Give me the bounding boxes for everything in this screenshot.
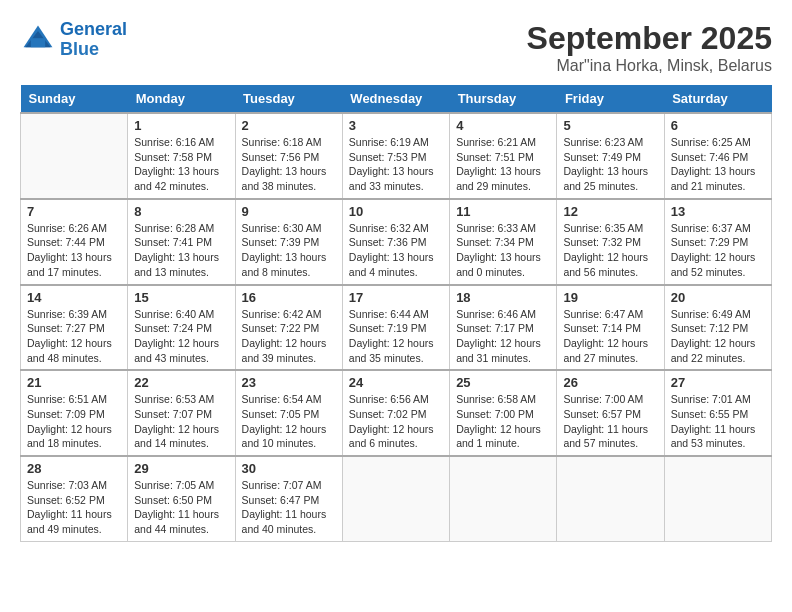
calendar-cell: 7Sunrise: 6:26 AM Sunset: 7:44 PM Daylig… <box>21 199 128 285</box>
week-row-3: 14Sunrise: 6:39 AM Sunset: 7:27 PM Dayli… <box>21 285 772 371</box>
calendar-cell: 13Sunrise: 6:37 AM Sunset: 7:29 PM Dayli… <box>664 199 771 285</box>
calendar-cell: 1Sunrise: 6:16 AM Sunset: 7:58 PM Daylig… <box>128 113 235 199</box>
svg-rect-2 <box>31 38 45 47</box>
calendar-cell: 21Sunrise: 6:51 AM Sunset: 7:09 PM Dayli… <box>21 370 128 456</box>
calendar-cell: 11Sunrise: 6:33 AM Sunset: 7:34 PM Dayli… <box>450 199 557 285</box>
calendar-cell: 4Sunrise: 6:21 AM Sunset: 7:51 PM Daylig… <box>450 113 557 199</box>
weekday-header-monday: Monday <box>128 85 235 113</box>
weekday-header-saturday: Saturday <box>664 85 771 113</box>
calendar-cell: 29Sunrise: 7:05 AM Sunset: 6:50 PM Dayli… <box>128 456 235 541</box>
day-info: Sunrise: 6:40 AM Sunset: 7:24 PM Dayligh… <box>134 307 228 366</box>
day-number: 10 <box>349 204 443 219</box>
day-number: 14 <box>27 290 121 305</box>
day-info: Sunrise: 6:30 AM Sunset: 7:39 PM Dayligh… <box>242 221 336 280</box>
day-info: Sunrise: 6:46 AM Sunset: 7:17 PM Dayligh… <box>456 307 550 366</box>
day-info: Sunrise: 6:42 AM Sunset: 7:22 PM Dayligh… <box>242 307 336 366</box>
day-info: Sunrise: 7:07 AM Sunset: 6:47 PM Dayligh… <box>242 478 336 537</box>
calendar-cell: 20Sunrise: 6:49 AM Sunset: 7:12 PM Dayli… <box>664 285 771 371</box>
day-number: 30 <box>242 461 336 476</box>
day-info: Sunrise: 6:37 AM Sunset: 7:29 PM Dayligh… <box>671 221 765 280</box>
title-block: September 2025 Mar"ina Horka, Minsk, Bel… <box>527 20 772 75</box>
calendar-table: SundayMondayTuesdayWednesdayThursdayFrid… <box>20 85 772 542</box>
week-row-4: 21Sunrise: 6:51 AM Sunset: 7:09 PM Dayli… <box>21 370 772 456</box>
day-number: 25 <box>456 375 550 390</box>
day-number: 15 <box>134 290 228 305</box>
calendar-cell: 5Sunrise: 6:23 AM Sunset: 7:49 PM Daylig… <box>557 113 664 199</box>
weekday-header-sunday: Sunday <box>21 85 128 113</box>
day-info: Sunrise: 6:39 AM Sunset: 7:27 PM Dayligh… <box>27 307 121 366</box>
calendar-cell: 3Sunrise: 6:19 AM Sunset: 7:53 PM Daylig… <box>342 113 449 199</box>
day-info: Sunrise: 7:03 AM Sunset: 6:52 PM Dayligh… <box>27 478 121 537</box>
day-number: 20 <box>671 290 765 305</box>
day-info: Sunrise: 6:56 AM Sunset: 7:02 PM Dayligh… <box>349 392 443 451</box>
week-row-2: 7Sunrise: 6:26 AM Sunset: 7:44 PM Daylig… <box>21 199 772 285</box>
day-number: 2 <box>242 118 336 133</box>
weekday-header-tuesday: Tuesday <box>235 85 342 113</box>
calendar-cell: 9Sunrise: 6:30 AM Sunset: 7:39 PM Daylig… <box>235 199 342 285</box>
logo-blue: Blue <box>60 39 99 59</box>
calendar-cell: 2Sunrise: 6:18 AM Sunset: 7:56 PM Daylig… <box>235 113 342 199</box>
day-number: 24 <box>349 375 443 390</box>
day-info: Sunrise: 6:49 AM Sunset: 7:12 PM Dayligh… <box>671 307 765 366</box>
day-number: 18 <box>456 290 550 305</box>
day-info: Sunrise: 6:18 AM Sunset: 7:56 PM Dayligh… <box>242 135 336 194</box>
calendar-cell: 27Sunrise: 7:01 AM Sunset: 6:55 PM Dayli… <box>664 370 771 456</box>
calendar-cell <box>664 456 771 541</box>
calendar-cell: 24Sunrise: 6:56 AM Sunset: 7:02 PM Dayli… <box>342 370 449 456</box>
calendar-cell: 10Sunrise: 6:32 AM Sunset: 7:36 PM Dayli… <box>342 199 449 285</box>
day-number: 19 <box>563 290 657 305</box>
calendar-title: September 2025 <box>527 20 772 57</box>
weekday-header-friday: Friday <box>557 85 664 113</box>
calendar-subtitle: Mar"ina Horka, Minsk, Belarus <box>527 57 772 75</box>
day-number: 21 <box>27 375 121 390</box>
logo-text: General Blue <box>60 20 127 60</box>
calendar-cell: 17Sunrise: 6:44 AM Sunset: 7:19 PM Dayli… <box>342 285 449 371</box>
page-header: General Blue September 2025 Mar"ina Hork… <box>20 20 772 75</box>
calendar-cell: 6Sunrise: 6:25 AM Sunset: 7:46 PM Daylig… <box>664 113 771 199</box>
calendar-cell <box>450 456 557 541</box>
day-number: 5 <box>563 118 657 133</box>
day-number: 3 <box>349 118 443 133</box>
day-number: 13 <box>671 204 765 219</box>
day-info: Sunrise: 6:26 AM Sunset: 7:44 PM Dayligh… <box>27 221 121 280</box>
day-info: Sunrise: 7:05 AM Sunset: 6:50 PM Dayligh… <box>134 478 228 537</box>
day-info: Sunrise: 6:58 AM Sunset: 7:00 PM Dayligh… <box>456 392 550 451</box>
calendar-cell: 8Sunrise: 6:28 AM Sunset: 7:41 PM Daylig… <box>128 199 235 285</box>
day-info: Sunrise: 7:01 AM Sunset: 6:55 PM Dayligh… <box>671 392 765 451</box>
logo-icon <box>20 22 56 58</box>
calendar-cell: 26Sunrise: 7:00 AM Sunset: 6:57 PM Dayli… <box>557 370 664 456</box>
calendar-cell: 19Sunrise: 6:47 AM Sunset: 7:14 PM Dayli… <box>557 285 664 371</box>
day-number: 12 <box>563 204 657 219</box>
calendar-cell <box>342 456 449 541</box>
calendar-header-row: SundayMondayTuesdayWednesdayThursdayFrid… <box>21 85 772 113</box>
calendar-cell: 30Sunrise: 7:07 AM Sunset: 6:47 PM Dayli… <box>235 456 342 541</box>
day-number: 7 <box>27 204 121 219</box>
day-info: Sunrise: 6:28 AM Sunset: 7:41 PM Dayligh… <box>134 221 228 280</box>
day-info: Sunrise: 6:51 AM Sunset: 7:09 PM Dayligh… <box>27 392 121 451</box>
day-number: 4 <box>456 118 550 133</box>
calendar-cell <box>21 113 128 199</box>
day-number: 23 <box>242 375 336 390</box>
day-number: 8 <box>134 204 228 219</box>
day-info: Sunrise: 6:33 AM Sunset: 7:34 PM Dayligh… <box>456 221 550 280</box>
day-number: 9 <box>242 204 336 219</box>
day-number: 6 <box>671 118 765 133</box>
day-number: 16 <box>242 290 336 305</box>
day-number: 27 <box>671 375 765 390</box>
calendar-cell: 12Sunrise: 6:35 AM Sunset: 7:32 PM Dayli… <box>557 199 664 285</box>
calendar-cell: 25Sunrise: 6:58 AM Sunset: 7:00 PM Dayli… <box>450 370 557 456</box>
day-info: Sunrise: 6:47 AM Sunset: 7:14 PM Dayligh… <box>563 307 657 366</box>
logo: General Blue <box>20 20 127 60</box>
day-info: Sunrise: 6:44 AM Sunset: 7:19 PM Dayligh… <box>349 307 443 366</box>
logo-general: General <box>60 19 127 39</box>
calendar-cell: 18Sunrise: 6:46 AM Sunset: 7:17 PM Dayli… <box>450 285 557 371</box>
day-info: Sunrise: 7:00 AM Sunset: 6:57 PM Dayligh… <box>563 392 657 451</box>
calendar-cell: 15Sunrise: 6:40 AM Sunset: 7:24 PM Dayli… <box>128 285 235 371</box>
calendar-cell: 16Sunrise: 6:42 AM Sunset: 7:22 PM Dayli… <box>235 285 342 371</box>
day-info: Sunrise: 6:53 AM Sunset: 7:07 PM Dayligh… <box>134 392 228 451</box>
day-info: Sunrise: 6:23 AM Sunset: 7:49 PM Dayligh… <box>563 135 657 194</box>
weekday-header-thursday: Thursday <box>450 85 557 113</box>
day-number: 17 <box>349 290 443 305</box>
day-info: Sunrise: 6:25 AM Sunset: 7:46 PM Dayligh… <box>671 135 765 194</box>
day-info: Sunrise: 6:19 AM Sunset: 7:53 PM Dayligh… <box>349 135 443 194</box>
